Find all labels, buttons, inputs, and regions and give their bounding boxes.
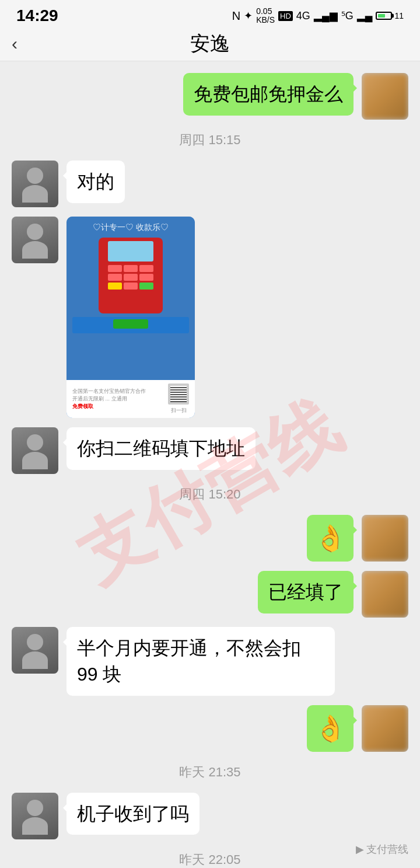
pos-screen [108,241,153,262]
status-time: 14:29 [16,6,58,25]
signal-bars-2: ▂▄ [357,9,373,22]
message-bubble: 免费包邮免押金么 [183,73,354,116]
ad-bottom-text: 全国第一名支付宝热销官方合作 开通后无限刷 ... 立通用 免费领取 [72,388,146,410]
message-row-image: ♡计专一♡ 收款乐♡ [0,214,420,420]
4g-icon: 4G [296,10,310,22]
avatar-blur [362,73,408,120]
scan-text: 扫一扫 [171,407,187,414]
nfc-icon: N [232,9,240,23]
avatar-image [12,793,58,839]
message-bubble: 机子收到了吗 [66,793,200,835]
chat-body: 支付营线 免费包邮免押金么 周四 15:15 对的 ♡计专一♡ 收款乐♡ [0,61,420,868]
avatar-right [362,73,408,120]
timestamp: 昨天 21:35 [0,764,420,781]
chat-header: ‹ 安逸 [0,29,420,61]
ad-free-badge: 免费领取 [72,403,146,410]
chat-title: 安逸 [190,30,230,57]
pos-ad-image: ♡计专一♡ 收款乐♡ [66,217,195,380]
pos-key [124,274,138,281]
pos-machine-graphic [99,238,163,313]
avatar-left [12,161,58,207]
ad-sub-badge: 开通后无限刷 ... 立通用 [72,395,146,403]
status-icons: N ✦ 0.05KB/S HD 4G ▂▄▆ ⁵G ▂▄ 11 [232,7,404,25]
pos-key [139,274,153,281]
pos-key-green [139,283,153,290]
battery-fill-indicator [376,12,392,20]
message-row: 对的 [0,158,420,210]
message-bubble: 对的 [66,161,125,203]
image-message: ♡计专一♡ 收款乐♡ [66,217,195,418]
avatar-image [12,161,58,207]
bluetooth-icon: ✦ [244,9,253,22]
signal-bars: ▂▄▆ [314,9,338,22]
alipay-logo-bar [113,319,148,329]
emoji-message: 👌 [307,515,354,562]
avatar-blur [362,705,408,752]
avatar-right [362,515,408,562]
qr-code [168,384,189,405]
message-row-emoji: 👌 [0,513,420,564]
timestamp: 周四 15:20 [0,486,420,503]
battery-icon: 11 [376,11,404,20]
ad-bottom-bar: 全国第一名支付宝热销官方合作 开通后无限刷 ... 立通用 免费领取 扫一扫 [66,380,195,418]
battery-level: 11 [394,11,404,20]
message-row: 免费包邮免押金么 [0,71,420,122]
message-bubble: 已经填了 [258,571,354,613]
pos-key [108,265,122,272]
avatar-blur [362,571,408,618]
pos-key [108,274,122,281]
pos-key [139,265,153,272]
avatar-image [12,217,58,263]
logo-icon: ▶ [356,843,364,856]
back-button[interactable]: ‹ [12,34,18,54]
5g-icon: ⁵G [341,9,354,22]
avatar-left [12,793,58,839]
ad-right-section: 扫一扫 [168,384,189,414]
avatar-right [362,571,408,618]
avatar-image [12,627,58,674]
ad-badge: 全国第一名支付宝热销官方合作 [72,388,146,395]
pos-key [124,265,138,272]
avatar-right [362,705,408,752]
ad-top-text: ♡计专一♡ 收款乐♡ [93,222,169,233]
pos-key-yellow [108,283,122,290]
avatar-image [12,427,58,474]
avatar-left [12,217,58,263]
logo-text: 支付营线 [366,842,408,856]
message-bubble: 半个月内要开通，不然会扣 99 块 [66,627,335,696]
bottom-logo: ▶ 支付营线 [356,842,408,856]
message-row: 机子收到了吗 [0,790,420,842]
timestamp: 周四 15:15 [0,131,420,149]
message-row: 半个月内要开通，不然会扣 99 块 [0,625,420,698]
message-row-emoji: 👌 [0,703,420,754]
message-row: 已经填了 [0,569,420,620]
message-bubble: 你扫二维码填下地址 [66,427,256,470]
avatar-left [12,427,58,474]
hd-icon: HD [278,11,293,21]
data-speed: 0.05KB/S [256,7,275,25]
emoji-message: 👌 [307,705,354,752]
status-bar: 14:29 N ✦ 0.05KB/S HD 4G ▂▄▆ ⁵G ▂▄ 11 [0,0,420,29]
avatar-blur [362,515,408,562]
message-row: 你扫二维码填下地址 [0,425,420,476]
avatar-left [12,627,58,674]
pos-key [124,283,138,290]
pos-keypad [108,265,153,290]
